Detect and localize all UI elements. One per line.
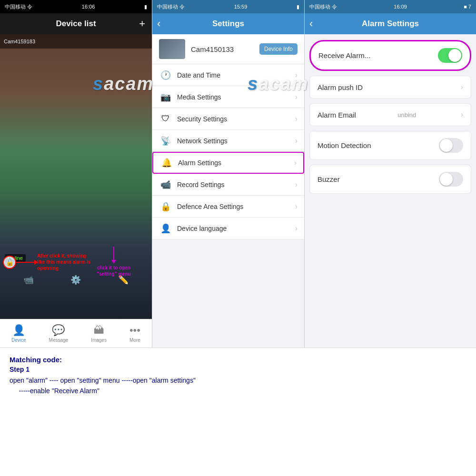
motion-detection-label: Motion Detection <box>317 141 371 149</box>
gear-settings-btn[interactable]: ⚙️ <box>68 272 83 288</box>
phone3-nav-title: Alarm Settings <box>362 19 419 29</box>
phone3-status-bar: 中国移动 令 16:09 ■ 7 <box>305 0 476 13</box>
phones-row: sacam 中国移动 令 16:06 ▮ Device list + Cam41… <box>0 0 476 347</box>
device-thumbnail <box>159 39 185 59</box>
email-chevron-icon: › <box>461 110 463 119</box>
annotation-red-text: After click it, showing like this means … <box>37 253 94 271</box>
receive-alarm-toggle[interactable] <box>438 48 462 63</box>
lock-icon[interactable]: 🔓 <box>3 256 16 269</box>
annotation-magenta-text: click it to open "setting" menu <box>90 265 138 277</box>
toolbar-more[interactable]: ••• More <box>129 324 140 343</box>
phone2-header: 中国移动 令 15:59 ▮ ‹ Settings <box>152 0 304 34</box>
device-icon: 👤 <box>12 324 25 337</box>
device-info-button[interactable]: Device Info <box>259 43 298 55</box>
toggle-knob-motion <box>440 139 453 152</box>
device-name: Cam4150133 <box>191 45 259 53</box>
settings-network-label: Network Settings <box>177 137 295 145</box>
phone2-nav-bar: ‹ Settings <box>152 13 304 34</box>
motion-detection-toggle[interactable] <box>439 138 463 153</box>
lock-annotation: 🔓 After click it, showing like this mean… <box>3 253 94 271</box>
bottom-instructions: Matching code: Step 1 open "alarm" ---- … <box>0 347 476 476</box>
settings-item-security[interactable]: 🛡 Security Settings › <box>152 108 304 130</box>
phone2-back-btn[interactable]: ‹ <box>157 18 160 30</box>
security-icon: 🛡 <box>159 112 172 126</box>
toggle-knob <box>448 49 461 62</box>
alarm-chevron-icon: › <box>294 159 297 167</box>
more-icon: ••• <box>129 324 140 337</box>
settings-media-label: Media Settings <box>177 93 295 101</box>
settings-item-language[interactable]: 👤 Device language › <box>152 218 304 239</box>
phone3-time: 16:09 <box>394 4 407 10</box>
settings-item-media[interactable]: 📷 Media Settings › <box>152 86 304 108</box>
toolbar-more-label: More <box>129 337 140 343</box>
toolbar-images-label: Images <box>91 337 107 343</box>
phone1-add-button[interactable]: + <box>139 18 145 30</box>
phone1-carrier: 中国移动 令 <box>5 3 32 10</box>
settings-record-label: Record Settings <box>177 181 295 188</box>
language-icon: 👤 <box>159 222 172 235</box>
datetime-icon: 🕐 <box>159 69 172 82</box>
language-chevron-icon: › <box>295 224 298 233</box>
receive-alarm-label: Receive Alarm... <box>318 51 370 60</box>
settings-item-record[interactable]: 📹 Record Settings › <box>152 174 304 196</box>
defence-icon: 🔒 <box>159 200 172 213</box>
settings-defence-label: Defence Area Settings <box>177 203 295 210</box>
images-icon: 🏔 <box>94 324 104 337</box>
cam-label: Cam4159183 <box>4 39 35 44</box>
phone1-nav-bar: Device list + <box>0 13 152 34</box>
alarm-row-motion[interactable]: Motion Detection <box>309 131 471 160</box>
phone3-back-btn[interactable]: ‹ <box>309 18 313 30</box>
settings-item-network[interactable]: 📡 Network Settings › <box>152 130 304 152</box>
alarm-settings-list: Receive Alarm... Alarm push ID › Alarm E… <box>305 34 476 347</box>
toolbar-message[interactable]: 💬 Message <box>49 324 69 343</box>
toolbar-images[interactable]: 🏔 Images <box>91 324 107 343</box>
settings-item-alarm[interactable]: 🔔 Alarm Settings › <box>152 152 304 174</box>
settings-language-label: Device language <box>177 225 295 232</box>
datetime-chevron-icon: › <box>295 71 298 79</box>
magenta-arrow-icon <box>113 247 114 261</box>
alarm-email-label: Alarm Email <box>317 111 356 119</box>
phone3-carrier: 中国移动 令 <box>309 3 337 10</box>
alarm-email-value: unbind <box>397 111 416 119</box>
main-container: sacam 中国移动 令 16:06 ▮ Device list + Cam41… <box>0 0 476 476</box>
phone2-status-bar: 中国移动 令 15:59 ▮ <box>152 0 304 13</box>
phone1-camera-view: Cam4159183 Online 🔓 After click it, show… <box>0 34 152 319</box>
gear-annotation: click it to open "setting" menu <box>90 247 138 277</box>
phone3: 中国移动 令 16:09 ■ 7 ‹ Alarm Settings Receiv… <box>305 0 476 347</box>
camera-overlay: Cam4159183 <box>0 34 152 49</box>
message-icon: 💬 <box>52 324 65 337</box>
phone1: sacam 中国移动 令 16:06 ▮ Device list + Cam41… <box>0 0 152 347</box>
record-chevron-icon: › <box>295 180 298 189</box>
settings-item-datetime[interactable]: 🕐 Date and Time › <box>152 64 304 86</box>
step-description: open "alarm" ---- open "setting" menu --… <box>10 375 466 397</box>
alarm-row-buzzer[interactable]: Buzzer <box>309 165 471 194</box>
phone2-carrier: 中国移动 令 <box>157 3 185 10</box>
network-chevron-icon: › <box>295 137 298 145</box>
phone1-battery: ▮ <box>144 4 147 10</box>
phone2-time: 15:59 <box>234 4 248 10</box>
toolbar-message-label: Message <box>49 337 69 343</box>
phone2: sacam 中国移动 令 15:59 ▮ ‹ Settings Cam41501… <box>152 0 305 347</box>
phone3-nav-bar: ‹ Alarm Settings <box>305 13 476 34</box>
alarm-row-receive[interactable]: Receive Alarm... <box>309 40 471 71</box>
phone1-toolbar: 👤 Device 💬 Message 🏔 Images ••• More <box>0 319 152 347</box>
media-chevron-icon: › <box>295 93 298 101</box>
phone2-battery: ▮ <box>297 4 299 10</box>
buzzer-toggle[interactable] <box>439 172 463 187</box>
phone1-status-bar: 中国移动 令 16:06 ▮ <box>0 0 152 13</box>
step-title: Step 1 <box>10 366 466 373</box>
settings-item-defence[interactable]: 🔒 Defence Area Settings › <box>152 196 304 218</box>
push-id-chevron-icon: › <box>461 83 463 91</box>
phone2-device-row: Cam4150133 Device Info <box>152 34 304 64</box>
camera-video-btn[interactable]: 📹 <box>21 272 36 288</box>
toolbar-device[interactable]: 👤 Device <box>11 324 26 343</box>
toolbar-device-label: Device <box>11 337 26 343</box>
alarm-push-id-label: Alarm push ID <box>317 83 363 91</box>
alarm-settings-icon: 🔔 <box>160 156 173 169</box>
matching-code-title: Matching code: <box>10 356 466 364</box>
alarm-row-email[interactable]: Alarm Email unbind › <box>309 103 471 126</box>
alarm-row-push-id[interactable]: Alarm push ID › <box>309 76 471 99</box>
phone1-time: 16:06 <box>82 4 95 10</box>
toggle-knob-buzzer <box>440 173 453 186</box>
phone2-nav-title: Settings <box>212 19 244 29</box>
